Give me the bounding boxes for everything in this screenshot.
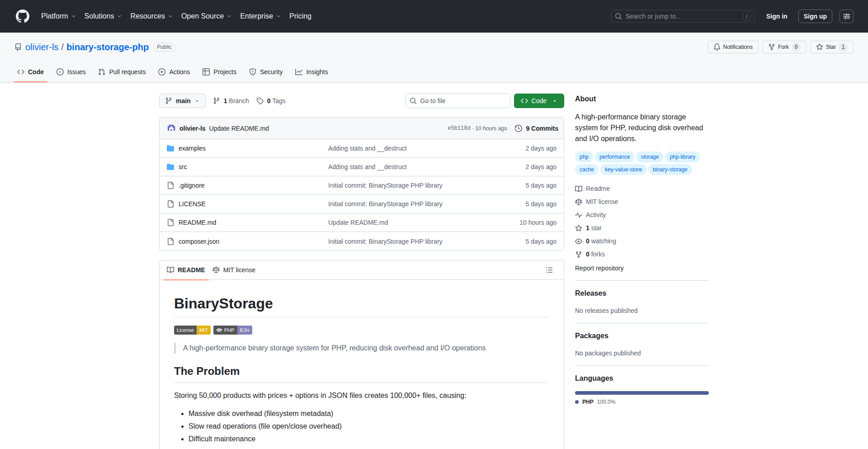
svg-text:php: php bbox=[217, 329, 221, 331]
